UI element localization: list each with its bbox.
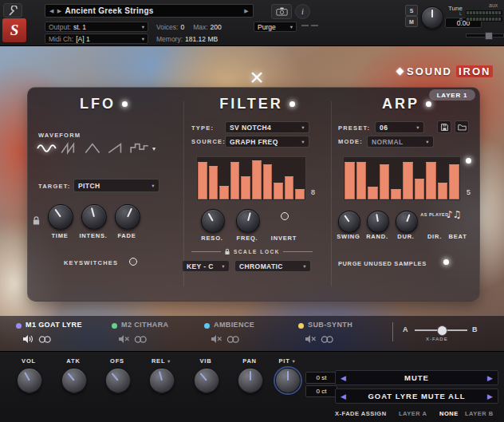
step-bar[interactable]	[449, 164, 459, 199]
step-bar[interactable]	[252, 160, 262, 199]
arp-duration-knob[interactable]	[396, 211, 418, 233]
speaker-muted-icon[interactable]	[211, 334, 222, 344]
scale-key-select[interactable]: KEY - C▾	[182, 260, 230, 272]
save-preset-button[interactable]	[437, 120, 451, 133]
speaker-muted-icon[interactable]	[118, 334, 130, 344]
filter-resonance-knob[interactable]	[201, 209, 225, 233]
step-bar[interactable]	[274, 183, 283, 199]
step-bar[interactable]	[263, 164, 273, 199]
filter-frequency-knob[interactable]	[236, 209, 260, 233]
triangle-wave-icon[interactable]	[83, 141, 104, 156]
expand-arrow[interactable]: ▶	[244, 8, 249, 14]
arp-random-knob[interactable]	[367, 211, 389, 233]
load-preset-button[interactable]	[455, 120, 469, 133]
pan-slider[interactable]	[466, 34, 504, 37]
link-icon[interactable]	[226, 335, 240, 344]
arp-beat-select[interactable]: ♪♫	[447, 209, 461, 220]
step-bar[interactable]	[356, 162, 367, 199]
lock-icon[interactable]	[32, 215, 41, 226]
step-bar[interactable]	[209, 166, 219, 199]
solo-button[interactable]: S	[405, 5, 418, 16]
step-bar[interactable]	[295, 189, 305, 199]
xfade-assign-layer-a[interactable]: LAYER A	[399, 410, 427, 417]
xfade-handle[interactable]	[437, 325, 447, 336]
midi-channel-select[interactable]: Midi Ch: [A] 1 ▾	[45, 34, 148, 44]
purge-select[interactable]: Purge ▾	[254, 22, 297, 32]
waveform-menu-arrow[interactable]: ▾	[152, 145, 156, 152]
speaker-muted-icon[interactable]	[305, 334, 317, 344]
offset-knob[interactable]	[105, 368, 131, 393]
step-bar[interactable]	[380, 164, 390, 199]
arp-direction-select[interactable]: AS PLAYED	[420, 212, 449, 218]
layer-tab-ambience[interactable]: AMBIENCE	[214, 321, 254, 329]
rel-select-label[interactable]: REL ▾	[144, 357, 179, 365]
step-bar[interactable]	[230, 162, 240, 199]
target-select[interactable]: PITCH▾	[73, 179, 159, 192]
arp-preset-select[interactable]: 06▾	[375, 121, 424, 133]
link-icon[interactable]	[38, 335, 52, 344]
speaker-on-icon[interactable]	[22, 334, 34, 344]
pan-slider-handle[interactable]	[485, 32, 493, 40]
lfo-intensity-knob[interactable]	[81, 204, 107, 230]
info-button[interactable]: i	[295, 4, 310, 19]
ramp-wave-icon[interactable]	[106, 141, 127, 156]
step-bar[interactable]	[391, 189, 401, 199]
step-bar[interactable]	[415, 179, 425, 199]
xfade-assign-none[interactable]: NONE	[439, 410, 459, 417]
pit-select-label[interactable]: PIT ▾	[270, 357, 305, 365]
prev-instrument-arrow[interactable]: ◀	[49, 8, 54, 14]
semitone-field[interactable]: 0 st	[305, 372, 337, 384]
layer-tab-subsynth[interactable]: SUB-SYNTH	[308, 321, 352, 329]
filter-steps-value[interactable]: 8	[311, 188, 315, 196]
step-bar[interactable]	[345, 162, 355, 199]
mute-button[interactable]: M	[405, 16, 418, 27]
sine-wave-icon[interactable]	[37, 141, 57, 156]
layer-tab-m2[interactable]: M2 CITHARA	[121, 321, 169, 329]
pan-knob[interactable]	[238, 368, 263, 393]
arp-power-led[interactable]	[426, 101, 431, 107]
cents-field[interactable]: 0 ct	[305, 385, 337, 397]
snapshot-button[interactable]	[271, 4, 292, 19]
release-knob[interactable]	[149, 368, 175, 393]
arp-mode-select[interactable]: NORMAL▾	[367, 136, 434, 148]
prev-option-arrow[interactable]: ◀	[341, 392, 346, 400]
arp-steps-value[interactable]: 5	[467, 188, 471, 196]
step-bar[interactable]	[285, 176, 294, 199]
mute-selector[interactable]: ◀ MUTE ▶	[335, 370, 498, 385]
filter-source-select[interactable]: GRAPH FREQ▾	[225, 136, 309, 148]
attack-knob[interactable]	[61, 368, 87, 393]
volume-knob[interactable]	[17, 368, 42, 393]
vibrato-knob[interactable]	[194, 368, 219, 393]
lfo-fade-knob[interactable]	[115, 204, 140, 230]
step-bar[interactable]	[219, 186, 229, 199]
step-wave-icon[interactable]	[129, 141, 150, 156]
saw-wave-icon[interactable]	[60, 141, 81, 156]
step-bar[interactable]	[426, 162, 436, 199]
instrument-title-bar[interactable]: ◀ ▶ Ancient Greek Strings ▶	[45, 4, 254, 18]
step-bar[interactable]	[198, 162, 207, 199]
scale-type-select[interactable]: CHROMATIC▾	[234, 260, 311, 272]
prev-option-arrow[interactable]: ◀	[341, 374, 346, 382]
filter-invert-toggle[interactable]	[281, 212, 289, 220]
arp-swing-knob[interactable]	[338, 211, 360, 233]
lfo-power-led[interactable]	[122, 101, 128, 107]
keyswitches-toggle[interactable]	[129, 258, 137, 266]
link-icon[interactable]	[321, 335, 334, 344]
pitch-knob[interactable]	[275, 368, 301, 393]
step-bar[interactable]	[368, 187, 378, 199]
filter-type-select[interactable]: SV NOTCH4▾	[225, 121, 309, 133]
close-button[interactable]: ×	[244, 65, 270, 91]
mute-all-selector[interactable]: ◀ GOAT LYRE MUTE ALL ▶	[335, 388, 498, 404]
arp-step-graph[interactable]	[343, 156, 461, 201]
tune-knob[interactable]	[421, 6, 443, 29]
output-select[interactable]: Output: st. 1 ▾	[45, 22, 148, 32]
layer-tab-m1[interactable]: M1 GOAT LYRE	[26, 321, 82, 329]
next-instrument-arrow[interactable]: ▶	[57, 8, 62, 14]
step-bar[interactable]	[241, 176, 250, 199]
next-option-arrow[interactable]: ▶	[487, 374, 493, 382]
step-bar[interactable]	[438, 183, 448, 199]
lfo-time-knob[interactable]	[48, 204, 73, 230]
filter-power-led[interactable]	[289, 101, 295, 107]
step-bar[interactable]	[403, 162, 413, 199]
link-icon[interactable]	[134, 335, 148, 344]
